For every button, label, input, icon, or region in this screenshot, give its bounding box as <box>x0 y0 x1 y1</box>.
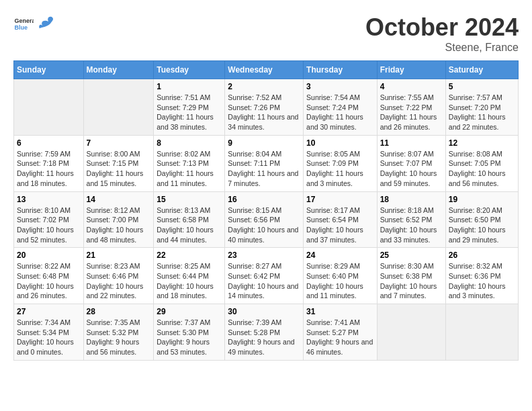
day-number: 10 <box>306 138 374 148</box>
calendar-cell: 18Sunrise: 8:18 AMSunset: 6:52 PMDayligh… <box>377 191 445 248</box>
calendar-cell: 15Sunrise: 8:13 AMSunset: 6:58 PMDayligh… <box>154 191 225 248</box>
calendar-cell: 21Sunrise: 8:23 AMSunset: 6:46 PMDayligh… <box>83 248 154 304</box>
day-number: 11 <box>380 138 443 148</box>
location: Steene, France <box>365 42 519 54</box>
day-header-friday: Friday <box>377 61 445 79</box>
day-info: Sunrise: 8:04 AMSunset: 7:11 PMDaylight:… <box>228 149 300 189</box>
calendar-cell: 1Sunrise: 7:51 AMSunset: 7:29 PMDaylight… <box>154 79 225 136</box>
day-header-saturday: Saturday <box>445 61 518 79</box>
calendar-cell: 9Sunrise: 8:04 AMSunset: 7:11 PMDaylight… <box>225 135 304 191</box>
day-info: Sunrise: 7:55 AMSunset: 7:22 PMDaylight:… <box>380 93 443 132</box>
day-number: 6 <box>17 138 81 148</box>
day-info: Sunrise: 8:25 AMSunset: 6:44 PMDaylight:… <box>157 261 222 301</box>
page-header: General Blue October 2024 Steene, France <box>13 13 519 54</box>
calendar-cell: 20Sunrise: 8:22 AMSunset: 6:48 PMDayligh… <box>14 248 84 304</box>
svg-text:General: General <box>15 17 34 24</box>
day-header-sunday: Sunday <box>14 61 84 79</box>
bird-icon <box>36 14 56 33</box>
calendar-table: SundayMondayTuesdayWednesdayThursdayFrid… <box>13 60 519 361</box>
day-number: 5 <box>449 82 515 91</box>
calendar-cell: 8Sunrise: 8:02 AMSunset: 7:13 PMDaylight… <box>154 135 225 191</box>
day-info: Sunrise: 8:00 AMSunset: 7:15 PMDaylight:… <box>87 149 151 189</box>
day-info: Sunrise: 8:15 AMSunset: 6:56 PMDaylight:… <box>228 205 300 245</box>
day-info: Sunrise: 8:10 AMSunset: 7:02 PMDaylight:… <box>17 205 81 245</box>
day-info: Sunrise: 8:29 AMSunset: 6:40 PMDaylight:… <box>306 261 374 301</box>
day-number: 27 <box>17 307 81 316</box>
calendar-cell: 26Sunrise: 8:32 AMSunset: 6:36 PMDayligh… <box>445 248 518 304</box>
day-info: Sunrise: 7:39 AMSunset: 5:28 PMDaylight:… <box>228 318 300 357</box>
calendar-cell: 19Sunrise: 8:20 AMSunset: 6:50 PMDayligh… <box>445 191 518 248</box>
day-info: Sunrise: 8:22 AMSunset: 6:48 PMDaylight:… <box>17 261 81 301</box>
calendar-cell <box>445 304 518 361</box>
calendar-cell: 27Sunrise: 7:34 AMSunset: 5:34 PMDayligh… <box>14 304 84 361</box>
calendar-cell: 23Sunrise: 8:27 AMSunset: 6:42 PMDayligh… <box>225 248 304 304</box>
day-number: 29 <box>157 307 222 316</box>
calendar-cell: 31Sunrise: 7:41 AMSunset: 5:27 PMDayligh… <box>304 304 378 361</box>
calendar-cell: 14Sunrise: 8:12 AMSunset: 7:00 PMDayligh… <box>83 191 154 248</box>
title-area: October 2024 Steene, France <box>365 13 519 54</box>
calendar-cell: 17Sunrise: 8:17 AMSunset: 6:54 PMDayligh… <box>304 191 378 248</box>
calendar-cell: 5Sunrise: 7:57 AMSunset: 7:20 PMDaylight… <box>445 79 518 136</box>
month-title: October 2024 <box>365 13 519 42</box>
day-info: Sunrise: 7:34 AMSunset: 5:34 PMDaylight:… <box>17 318 81 357</box>
calendar-cell: 2Sunrise: 7:52 AMSunset: 7:26 PMDaylight… <box>225 79 304 136</box>
logo-icon: General Blue <box>13 13 34 34</box>
calendar-week-row: 6Sunrise: 7:59 AMSunset: 7:18 PMDaylight… <box>14 135 519 191</box>
day-info: Sunrise: 8:07 AMSunset: 7:07 PMDaylight:… <box>380 149 443 189</box>
calendar-cell: 16Sunrise: 8:15 AMSunset: 6:56 PMDayligh… <box>225 191 304 248</box>
day-info: Sunrise: 8:12 AMSunset: 7:00 PMDaylight:… <box>87 205 151 245</box>
day-info: Sunrise: 8:05 AMSunset: 7:09 PMDaylight:… <box>306 149 374 189</box>
calendar-cell: 11Sunrise: 8:07 AMSunset: 7:07 PMDayligh… <box>377 135 445 191</box>
calendar-week-row: 20Sunrise: 8:22 AMSunset: 6:48 PMDayligh… <box>14 248 519 304</box>
day-info: Sunrise: 8:27 AMSunset: 6:42 PMDaylight:… <box>228 261 300 301</box>
day-number: 9 <box>228 138 300 148</box>
day-number: 2 <box>228 82 300 91</box>
day-number: 20 <box>17 250 81 260</box>
day-header-monday: Monday <box>83 61 154 79</box>
day-info: Sunrise: 7:35 AMSunset: 5:32 PMDaylight:… <box>87 318 151 357</box>
day-number: 18 <box>380 195 443 204</box>
day-number: 14 <box>87 195 151 204</box>
calendar-cell: 3Sunrise: 7:54 AMSunset: 7:24 PMDaylight… <box>304 79 378 136</box>
day-number: 21 <box>87 250 151 260</box>
day-info: Sunrise: 8:02 AMSunset: 7:13 PMDaylight:… <box>157 149 222 189</box>
day-info: Sunrise: 8:13 AMSunset: 6:58 PMDaylight:… <box>157 205 222 245</box>
day-info: Sunrise: 7:57 AMSunset: 7:20 PMDaylight:… <box>449 93 515 132</box>
calendar-cell: 24Sunrise: 8:29 AMSunset: 6:40 PMDayligh… <box>304 248 378 304</box>
calendar-cell: 13Sunrise: 8:10 AMSunset: 7:02 PMDayligh… <box>14 191 84 248</box>
day-number: 30 <box>228 307 300 316</box>
calendar-week-row: 1Sunrise: 7:51 AMSunset: 7:29 PMDaylight… <box>14 79 519 136</box>
svg-text:Blue: Blue <box>15 24 28 31</box>
day-number: 31 <box>306 307 374 316</box>
day-number: 22 <box>157 250 222 260</box>
calendar-week-row: 27Sunrise: 7:34 AMSunset: 5:34 PMDayligh… <box>14 304 519 361</box>
calendar-body: 1Sunrise: 7:51 AMSunset: 7:29 PMDaylight… <box>14 79 519 361</box>
day-number: 8 <box>157 138 222 148</box>
calendar-cell: 22Sunrise: 8:25 AMSunset: 6:44 PMDayligh… <box>154 248 225 304</box>
day-header-wednesday: Wednesday <box>225 61 304 79</box>
day-number: 26 <box>449 250 515 260</box>
calendar-cell: 7Sunrise: 8:00 AMSunset: 7:15 PMDaylight… <box>83 135 154 191</box>
day-number: 25 <box>380 250 443 260</box>
day-number: 17 <box>306 195 374 204</box>
calendar-cell: 6Sunrise: 7:59 AMSunset: 7:18 PMDaylight… <box>14 135 84 191</box>
day-header-tuesday: Tuesday <box>154 61 225 79</box>
day-number: 13 <box>17 195 81 204</box>
calendar-cell: 29Sunrise: 7:37 AMSunset: 5:30 PMDayligh… <box>154 304 225 361</box>
calendar-cell <box>377 304 445 361</box>
day-number: 28 <box>87 307 151 316</box>
day-info: Sunrise: 7:52 AMSunset: 7:26 PMDaylight:… <box>228 93 300 132</box>
day-info: Sunrise: 7:37 AMSunset: 5:30 PMDaylight:… <box>157 318 222 357</box>
day-info: Sunrise: 8:23 AMSunset: 6:46 PMDaylight:… <box>87 261 151 301</box>
calendar-cell: 4Sunrise: 7:55 AMSunset: 7:22 PMDaylight… <box>377 79 445 136</box>
calendar-header: SundayMondayTuesdayWednesdayThursdayFrid… <box>14 61 519 79</box>
day-info: Sunrise: 7:51 AMSunset: 7:29 PMDaylight:… <box>157 93 222 132</box>
calendar-cell: 10Sunrise: 8:05 AMSunset: 7:09 PMDayligh… <box>304 135 378 191</box>
calendar-cell <box>83 79 154 136</box>
calendar-cell: 12Sunrise: 8:08 AMSunset: 7:05 PMDayligh… <box>445 135 518 191</box>
calendar-week-row: 13Sunrise: 8:10 AMSunset: 7:02 PMDayligh… <box>14 191 519 248</box>
day-info: Sunrise: 8:17 AMSunset: 6:54 PMDaylight:… <box>306 205 374 245</box>
day-number: 3 <box>306 82 374 91</box>
day-number: 16 <box>228 195 300 204</box>
day-info: Sunrise: 8:18 AMSunset: 6:52 PMDaylight:… <box>380 205 443 245</box>
